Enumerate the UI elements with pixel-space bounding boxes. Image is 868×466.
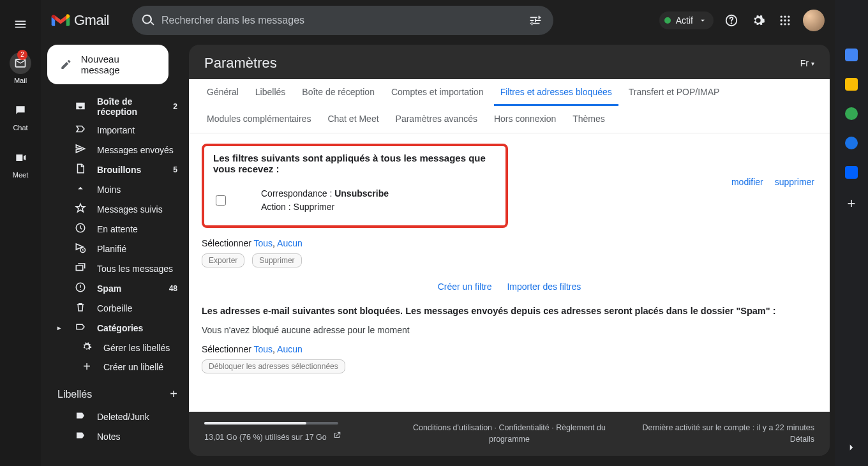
- filter-highlight-callout: Les filtres suivants sont appliqués à to…: [202, 144, 508, 228]
- settings-tab[interactable]: Comptes et importation: [385, 79, 490, 106]
- sidebar-item-expand-less[interactable]: Moins: [47, 179, 185, 199]
- label-item[interactable]: Deleted/Junk: [47, 407, 185, 426]
- svg-point-7: [788, 19, 789, 21]
- settings-tab[interactable]: Général: [200, 79, 245, 106]
- settings-tab[interactable]: Hors connexion: [488, 106, 562, 133]
- search-options-button[interactable]: [523, 8, 548, 33]
- edit-filter-link[interactable]: modifier: [731, 177, 763, 187]
- status-label: Actif: [676, 15, 693, 26]
- filters-applied-heading: Les filtres suivants sont appliqués à to…: [213, 153, 497, 174]
- sidebar-item-send[interactable]: Messages envoyés: [47, 140, 185, 160]
- sidebar-item-all-mail[interactable]: Tous les messages: [47, 259, 185, 278]
- sidebar-item-star[interactable]: Messages suivis: [47, 199, 185, 219]
- search-bar[interactable]: Rechercher dans les messages: [132, 6, 553, 35]
- select-none-link-2[interactable]: Aucun: [277, 344, 303, 354]
- keep-app-icon[interactable]: [845, 78, 858, 91]
- tasks-app-icon[interactable]: [845, 107, 858, 120]
- apps-button[interactable]: [776, 11, 794, 29]
- sidebar-item-schedule-send[interactable]: Planifié: [47, 239, 185, 259]
- footer-privacy[interactable]: Confidentialité: [498, 423, 549, 432]
- locale-selector[interactable]: Fr ▾: [800, 58, 814, 68]
- settings-tab[interactable]: Boîte de réception: [296, 79, 381, 106]
- sidebar-item-label: Corbeille: [97, 303, 132, 313]
- sidebar-item-spam[interactable]: Spam48: [47, 278, 185, 298]
- blocked-addresses-heading: Les adresses e-mail suivantes sont bloqu…: [202, 306, 817, 316]
- label-item[interactable]: Notes: [47, 426, 185, 446]
- match-prefix: Correspondance :: [261, 188, 334, 199]
- settings-tab[interactable]: Modules complémentaires: [200, 106, 317, 133]
- pencil-icon: [60, 58, 72, 71]
- draft-icon: [74, 163, 87, 176]
- export-button[interactable]: Exporter: [202, 253, 244, 267]
- sidebar-item-add[interactable]: +Créer un libellé: [47, 357, 185, 377]
- account-avatar[interactable]: [803, 10, 825, 31]
- collapse-rail-icon[interactable]: [846, 442, 857, 453]
- footer-terms[interactable]: Conditions d'utilisation: [413, 423, 492, 432]
- create-filter-link[interactable]: Créer un filtre: [438, 282, 492, 292]
- sidebar-item-label: Créer un libellé: [103, 362, 163, 372]
- svg-point-4: [788, 16, 789, 18]
- delete-filter-link[interactable]: supprimer: [775, 177, 814, 187]
- footer-details-link[interactable]: Détails: [790, 435, 814, 444]
- sidebar-item-label-important[interactable]: Important: [47, 120, 185, 140]
- labels-header: Libellés: [57, 389, 92, 400]
- select-all-link[interactable]: Tous: [253, 238, 273, 248]
- select-none-link[interactable]: Aucun: [277, 238, 303, 248]
- left-rail: 2 Mail Chat Meet: [0, 0, 41, 466]
- settings-tab[interactable]: Libellés: [249, 79, 292, 106]
- select-label: Sélectionner: [202, 238, 253, 248]
- compose-button[interactable]: Nouveau message: [47, 45, 168, 84]
- svg-point-2: [781, 16, 782, 18]
- sidebar-item-label: Gérer les libellés: [103, 343, 170, 353]
- sidebar-item-inbox[interactable]: Boîte de réception2: [47, 93, 185, 120]
- dropbox-app-icon[interactable]: [845, 166, 858, 179]
- add-label-button[interactable]: +: [170, 387, 177, 402]
- rail-meet[interactable]: Meet: [10, 147, 31, 179]
- header: Gmail Rechercher dans les messages Actif: [41, 0, 835, 41]
- status-selector[interactable]: Actif: [659, 11, 714, 29]
- categories-icon: [74, 321, 87, 334]
- settings-tab[interactable]: Filtres et adresses bloquées: [494, 79, 618, 106]
- sidebar-item-draft[interactable]: Brouillons5: [47, 160, 185, 179]
- select-label-2: Sélectionner: [202, 344, 253, 354]
- sidebar-item-label: En attente: [97, 224, 138, 234]
- settings-button[interactable]: [749, 11, 767, 29]
- inbox-icon: [74, 100, 87, 114]
- contacts-app-icon[interactable]: [845, 137, 858, 149]
- open-in-new-icon[interactable]: [333, 431, 341, 440]
- settings-tab[interactable]: Transfert et POP/IMAP: [622, 79, 726, 106]
- sidebar-item-settings[interactable]: Gérer les libellés: [47, 338, 185, 357]
- rail-chat[interactable]: Chat: [10, 100, 31, 132]
- sidebar-item-label: Spam: [97, 283, 121, 294]
- help-button[interactable]: [722, 11, 740, 29]
- sidebar-item-delete[interactable]: Corbeille: [47, 298, 185, 318]
- gmail-logo[interactable]: Gmail: [51, 12, 109, 29]
- rail-mail[interactable]: 2 Mail: [10, 52, 31, 84]
- sidebar-item-label: Catégories: [97, 323, 143, 333]
- no-blocked-text: Vous n'avez bloqué aucune adresse pour l…: [202, 325, 817, 335]
- main-menu-button[interactable]: [8, 11, 33, 37]
- unblock-selected-button[interactable]: Débloquer les adresses sélectionnées: [202, 359, 345, 373]
- settings-tab[interactable]: Paramètres avancés: [389, 106, 484, 133]
- svg-point-6: [784, 19, 786, 21]
- settings-tab[interactable]: Thèmes: [566, 106, 611, 133]
- gear-icon: [751, 13, 765, 27]
- select-all-link-2[interactable]: Tous: [253, 344, 273, 354]
- get-addons-button[interactable]: +: [848, 195, 856, 212]
- content-footer: 13,01 Go (76 %) utilisés sur 17 Go Condi…: [189, 412, 830, 456]
- send-icon: [74, 143, 87, 156]
- svg-point-1: [731, 23, 732, 24]
- settings-tab[interactable]: Chat et Meet: [321, 106, 385, 133]
- filter-select-checkbox[interactable]: [216, 195, 226, 206]
- sidebar-item-categories[interactable]: ▸Catégories: [47, 318, 185, 338]
- rail-mail-label: Mail: [14, 77, 27, 84]
- search-placeholder: Rechercher dans les messages: [155, 15, 523, 26]
- storage-bar[interactable]: [204, 422, 338, 425]
- sidebar-item-label: Messages suivis: [97, 204, 163, 214]
- import-filters-link[interactable]: Importer des filtres: [507, 282, 581, 292]
- calendar-app-icon[interactable]: [845, 49, 858, 61]
- sidebar-item-schedule[interactable]: En attente: [47, 219, 185, 239]
- delete-selected-button[interactable]: Supprimer: [252, 253, 301, 267]
- all-mail-icon: [74, 262, 87, 275]
- sidebar-item-label: Tous les messages: [97, 264, 173, 274]
